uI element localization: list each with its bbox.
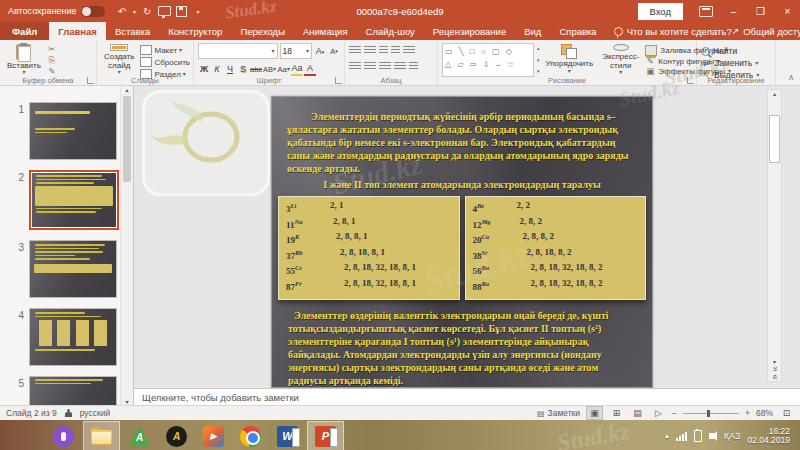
thumbnail-item-2[interactable]: 2 xyxy=(0,170,119,230)
notes-placeholder[interactable]: Щелкните, чтобы добавить заметки xyxy=(142,392,299,403)
previous-slide-icon[interactable]: « xyxy=(770,367,778,372)
taskbar-word-button[interactable]: W xyxy=(270,422,305,450)
font-name-combobox[interactable]: ▾ xyxy=(198,43,278,59)
zoom-slider[interactable] xyxy=(683,413,739,414)
text-shadow-button[interactable]: S xyxy=(237,63,249,75)
dialog-launcher-icon[interactable] xyxy=(687,77,694,84)
hidden-icons-chevron[interactable]: ▴ xyxy=(665,432,669,440)
dialog-launcher-icon[interactable] xyxy=(335,77,342,84)
scroll-down-icon[interactable]: ▾ xyxy=(773,358,776,365)
ribbon-display-options-icon[interactable] xyxy=(699,6,713,17)
slide-thumbnail[interactable] xyxy=(29,240,117,298)
tab-transitions[interactable]: Переходы xyxy=(231,22,294,40)
slide-sorter-view-button[interactable]: ⊞ xyxy=(609,407,624,419)
thumbnail-scrollbar[interactable]: ▴ ▾ xyxy=(120,86,133,405)
paste-button[interactable]: Вставить ▾ xyxy=(4,43,44,76)
autosave-toggle[interactable] xyxy=(81,6,105,17)
grow-font-button[interactable]: А▴ xyxy=(314,45,326,57)
tab-animations[interactable]: Анимация xyxy=(294,22,357,40)
taskbar-powerpoint-button[interactable]: P xyxy=(307,421,344,450)
shapes-gallery[interactable]: ▭ ╲ □ ○ ▢ ◇ △ ▱ ⇨ ⇩ ⌣ ☆ xyxy=(442,43,534,76)
zoom-slider-thumb[interactable] xyxy=(707,410,710,417)
cut-button[interactable]: ✂ xyxy=(47,45,57,54)
slideshow-button[interactable]: ▷ xyxy=(651,407,666,419)
start-slideshow-icon[interactable] xyxy=(157,3,172,19)
slide-counter[interactable]: Слайд 2 из 9 xyxy=(6,408,57,418)
highlight-color-button[interactable]: Аа xyxy=(291,62,303,76)
battery-icon[interactable] xyxy=(694,430,702,442)
tab-review[interactable]: Рецензирование xyxy=(424,22,515,40)
scrollbar-thumb[interactable] xyxy=(769,115,780,163)
justify-icon[interactable] xyxy=(394,62,406,71)
minimize-button[interactable]: – xyxy=(721,0,746,22)
taskbar-media-player-button[interactable]: ▶ xyxy=(196,422,231,450)
scroll-up-icon[interactable]: ▴ xyxy=(773,90,776,97)
notes-pane[interactable]: Щелкните, чтобы добавить заметки Stud.kz xyxy=(134,388,800,405)
new-slide-button[interactable]: Создать слайд ▾ xyxy=(101,43,137,76)
tab-view[interactable]: Вид xyxy=(515,22,550,40)
quick-styles-button[interactable]: Экспресс-стили ▾ xyxy=(599,43,642,76)
paste-dropdown-icon[interactable]: ▾ xyxy=(22,70,25,75)
customize-qat-icon[interactable]: ▾ xyxy=(191,3,206,19)
reading-view-button[interactable]: ▤ xyxy=(630,407,645,419)
arrange-button[interactable]: Упорядочить ▾ xyxy=(543,43,597,76)
taskbar-chrome-button[interactable] xyxy=(233,422,268,450)
thumbnail-item-3[interactable]: 3 xyxy=(0,240,119,298)
dialog-launcher-icon[interactable] xyxy=(87,77,94,84)
scroll-down-icon[interactable]: ▾ xyxy=(125,398,128,405)
zoom-level[interactable]: 68% xyxy=(756,408,773,418)
thumbnail-item-1[interactable]: 1 xyxy=(0,102,119,160)
gallery-more-icon[interactable]: ▾ xyxy=(537,68,540,74)
slide-thumbnail[interactable] xyxy=(29,102,117,160)
layout-button[interactable]: Макет▾ xyxy=(140,45,190,55)
notes-toggle-button[interactable]: ▤ Заметки xyxy=(537,408,580,418)
line-spacing-icon[interactable] xyxy=(403,46,415,55)
shrink-font-button[interactable]: А▾ xyxy=(328,45,340,57)
scroll-up-icon[interactable]: ▴ xyxy=(125,86,128,93)
tab-insert[interactable]: Вставка xyxy=(106,22,159,40)
slide-thumbnail-selected[interactable] xyxy=(29,170,119,230)
thumbnail-item-4[interactable]: 4 xyxy=(0,308,119,366)
scrollbar-thumb[interactable] xyxy=(123,96,131,182)
taskbar-cortana-button[interactable] xyxy=(46,422,81,450)
fit-to-window-icon[interactable]: ⊡ xyxy=(779,407,794,419)
electron-configuration-table[interactable]: 3Li2, 1 11Na2, 8, 1 19K2, 8, 8, 1 37Rb2,… xyxy=(278,196,646,300)
columns-icon[interactable] xyxy=(409,62,418,71)
slide-thumbnail[interactable] xyxy=(29,308,117,366)
language-indicator[interactable]: русский xyxy=(80,408,111,418)
bold-button[interactable]: Ж xyxy=(198,63,210,75)
undo-icon[interactable]: ↶ xyxy=(115,3,130,19)
shapes-row[interactable]: ▭ ╲ □ ○ ▢ ◇ xyxy=(445,45,531,58)
tab-slideshow[interactable]: Слайд-шоу xyxy=(357,22,424,40)
slide-editing-area[interactable]: Stud.kz Stud.kz Элементтердің периодтық … xyxy=(271,96,653,388)
format-painter-button[interactable]: ✎ xyxy=(47,67,57,76)
keyboard-language[interactable]: ҚАЗ xyxy=(724,431,741,441)
accessibility-icon[interactable] xyxy=(65,409,72,418)
tab-design[interactable]: Конструктор xyxy=(159,22,231,40)
replace-button[interactable]: ⇄Заменить▾ xyxy=(701,58,759,68)
gallery-up-icon[interactable]: ▴ xyxy=(537,45,540,51)
underline-button[interactable]: Ч xyxy=(224,63,236,75)
tab-home[interactable]: Главная xyxy=(49,22,106,40)
increase-indent-icon[interactable] xyxy=(391,46,400,55)
slide-paragraph-2[interactable]: Элементтер өздерінің валенттік электронд… xyxy=(287,309,637,387)
shapes-row[interactable]: △ ▱ ⇨ ⇩ ⌣ ☆ xyxy=(445,58,531,71)
slide-thumbnail[interactable] xyxy=(29,376,117,405)
save-icon[interactable] xyxy=(174,3,189,19)
close-button[interactable]: × xyxy=(775,0,800,22)
slide-table-title[interactable]: I және II топ элемент атомдарында электр… xyxy=(287,178,637,191)
collapse-ribbon-icon[interactable]: ∧ xyxy=(788,73,794,82)
find-button[interactable]: Найти xyxy=(701,46,759,56)
align-right-icon[interactable] xyxy=(379,62,391,71)
tell-me-search[interactable]: Что вы хотите сделать? xyxy=(614,22,732,40)
tab-file[interactable]: Файл xyxy=(0,22,49,40)
taskbar-file-explorer-button[interactable] xyxy=(83,421,120,450)
zoom-out-button[interactable]: − xyxy=(672,408,677,418)
change-case-button[interactable]: Аа▾ xyxy=(277,63,290,75)
share-button[interactable]: ↗ Общий доступ xyxy=(732,26,800,37)
character-spacing-button[interactable]: АВ▾ xyxy=(263,63,276,75)
taskbar-app-black-button[interactable]: A xyxy=(159,422,194,450)
next-slide-icon[interactable]: « xyxy=(770,375,778,380)
clock[interactable]: 16:22 02.04.2019 xyxy=(747,427,790,446)
copy-button[interactable]: ⎘ xyxy=(47,56,57,65)
